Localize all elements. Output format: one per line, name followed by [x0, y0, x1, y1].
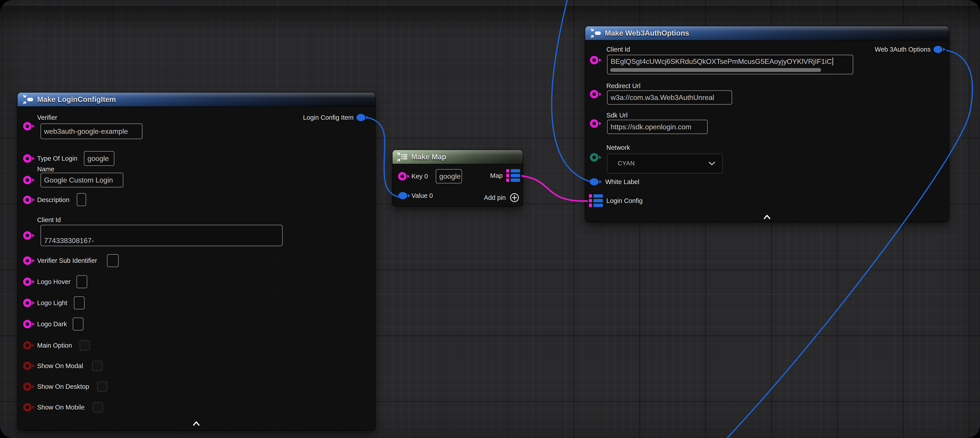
- pin-label-description: Description: [37, 196, 69, 203]
- collapse-node-button[interactable]: [191, 421, 201, 426]
- pin-label-login-config: Login Config: [606, 197, 643, 204]
- verifier-sub-identifier-input[interactable]: [107, 254, 119, 267]
- client-id-input[interactable]: BEglQSgt4cUWcj6SKRdu5QkOXTsePmMcusG5EAoy…: [607, 55, 853, 74]
- client-id-input[interactable]: 774338308167- q463s7kpvja16l4l0kko3nb925…: [40, 225, 283, 246]
- pin-label-show-on-modal: Show On Modal: [37, 363, 83, 369]
- show-on-mobile-checkbox[interactable]: [93, 402, 103, 413]
- pin-label-main-option: Main Option: [37, 342, 72, 349]
- pin-label-white-label: White Label: [605, 178, 639, 185]
- pin-label-value-0: Value 0: [412, 192, 433, 199]
- show-on-modal-checkbox[interactable]: [92, 361, 102, 371]
- node-make-map[interactable]: Make Map Key 0 google Map Value 0: [393, 150, 523, 206]
- pin-show-on-mobile[interactable]: [23, 403, 35, 411]
- add-pin-plus-icon: [509, 193, 520, 203]
- pin-label-key-0: Key 0: [412, 173, 428, 180]
- pin-label-logo-dark: Logo Dark: [37, 321, 67, 327]
- chevron-down-icon: [708, 161, 716, 166]
- pin-label-show-on-desktop: Show On Desktop: [37, 383, 89, 390]
- collapse-node-button[interactable]: [762, 214, 772, 220]
- network-dropdown[interactable]: CYAN: [607, 154, 723, 174]
- type-of-login-input[interactable]: google: [84, 151, 115, 166]
- pin-label-network: Network: [606, 144, 630, 151]
- node-title: Make Web3AuthOptions: [605, 29, 689, 37]
- pin-label-redirect-url: Redirect Url: [606, 83, 640, 89]
- pin-label-verifier-sub-identifier: Verifier Sub Identifier: [37, 257, 97, 264]
- node-header-make-map[interactable]: Make Map: [393, 150, 523, 164]
- pin-logo-light[interactable]: [23, 299, 35, 307]
- pin-web-3auth-options-output[interactable]: [934, 46, 945, 53]
- pin-white-label[interactable]: [590, 178, 602, 185]
- name-input[interactable]: Google Custom Login: [40, 173, 123, 187]
- pin-sdk-url[interactable]: [590, 119, 601, 128]
- node-make-loginconfigitem[interactable]: Make LoginConfigItem Login Config Item V…: [18, 92, 375, 430]
- main-option-checkbox[interactable]: [80, 340, 90, 350]
- pin-key-0[interactable]: [398, 172, 410, 180]
- pin-label-client-id: Client Id: [37, 217, 61, 223]
- map-pin-icon: [506, 169, 520, 182]
- node-title: Make LoginConfigItem: [37, 95, 116, 104]
- pin-client-id[interactable]: [590, 56, 601, 64]
- pin-type-of-login[interactable]: [23, 154, 35, 163]
- pin-label-sdk-url: Sdk Url: [606, 112, 627, 119]
- network-selected-value: CYAN: [618, 160, 635, 167]
- client-id-hscrollbar[interactable]: [610, 68, 821, 72]
- pin-label-verifier: Verifier: [37, 114, 57, 121]
- add-pin-label: Add pin: [484, 194, 506, 201]
- pin-network[interactable]: [590, 153, 601, 162]
- logo-light-input[interactable]: [74, 296, 84, 309]
- pin-label-logo-light: Logo Light: [37, 299, 67, 306]
- pin-logo-dark[interactable]: [23, 320, 35, 328]
- pin-label-type-of-login: Type Of Login: [37, 155, 78, 162]
- description-input[interactable]: [77, 193, 86, 206]
- pin-label-map: Map: [490, 172, 503, 179]
- node-header-make-loginconfigitem[interactable]: Make LoginConfigItem: [18, 92, 375, 107]
- pin-label-web-3auth-options: Web 3Auth Options: [875, 46, 931, 53]
- node-make-web3authoptions[interactable]: Make Web3AuthOptions Web 3Auth Options C…: [585, 26, 949, 222]
- make-struct-icon: [22, 94, 34, 105]
- sdk-url-input[interactable]: https://sdk.openlogin.com: [607, 120, 708, 134]
- pin-show-on-modal[interactable]: [23, 362, 35, 370]
- pin-map-output[interactable]: [506, 169, 520, 182]
- redirect-url-input[interactable]: w3a://com.w3a.Web3AuthUnreal: [607, 90, 732, 105]
- map-pin-icon: [589, 194, 603, 207]
- pin-client-id[interactable]: [23, 231, 35, 240]
- pin-label-client-id: Client Id: [606, 46, 630, 53]
- blueprint-graph-canvas[interactable]: Make LoginConfigItem Login Config Item V…: [0, 0, 980, 438]
- pin-logo-hover[interactable]: [23, 277, 35, 286]
- logo-hover-input[interactable]: [76, 275, 87, 288]
- pin-verifier[interactable]: [23, 122, 35, 131]
- pin-label-show-on-mobile: Show On Mobile: [37, 404, 84, 411]
- key-0-input[interactable]: google: [436, 169, 462, 183]
- pin-login-config-item-output[interactable]: [356, 114, 369, 121]
- pin-show-on-desktop[interactable]: [23, 382, 35, 391]
- chevron-up-icon: [762, 214, 772, 220]
- verifier-input[interactable]: web3auth-google-example: [40, 124, 142, 139]
- pin-login-config[interactable]: [589, 194, 603, 207]
- pin-verifier-sub-identifier[interactable]: [23, 256, 35, 265]
- make-struct-icon: [590, 28, 602, 38]
- text-cursor: [832, 57, 833, 65]
- pin-label-name: Name: [37, 166, 54, 172]
- pin-name[interactable]: [23, 176, 35, 184]
- make-map-icon: [396, 152, 408, 162]
- logo-dark-input[interactable]: [73, 318, 83, 331]
- chevron-up-icon: [191, 421, 201, 426]
- pin-main-option[interactable]: [23, 341, 35, 350]
- pin-redirect-url[interactable]: [590, 90, 601, 99]
- wire-map-to-loginconfig: [521, 176, 588, 201]
- pin-value-0[interactable]: [398, 192, 410, 199]
- pin-description[interactable]: [23, 196, 35, 204]
- add-pin-button[interactable]: Add pin: [484, 193, 520, 203]
- pin-label-logo-hover: Logo Hover: [37, 279, 70, 285]
- node-header-make-web3authoptions[interactable]: Make Web3AuthOptions: [585, 26, 949, 40]
- pin-label-login-config-item: Login Config Item: [303, 114, 353, 121]
- node-title: Make Map: [411, 153, 446, 161]
- show-on-desktop-checkbox[interactable]: [97, 381, 107, 392]
